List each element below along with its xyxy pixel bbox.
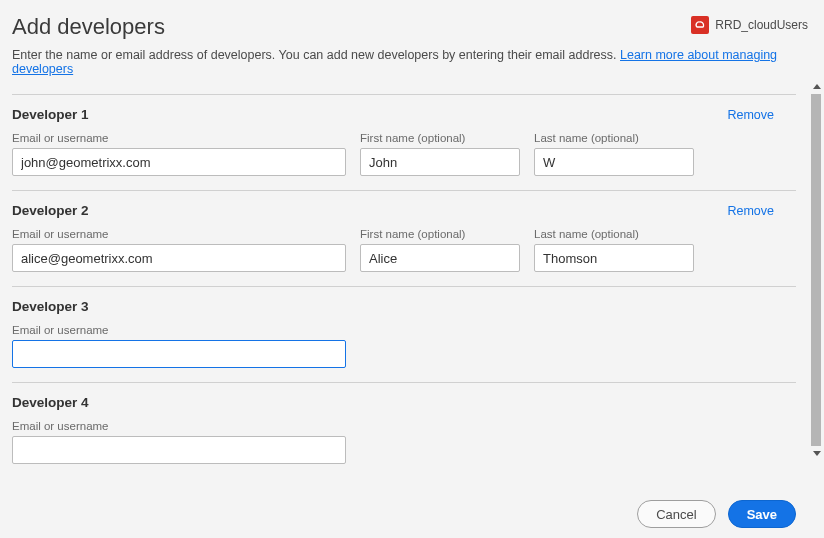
developer-section: Developer 3Email or username bbox=[12, 286, 796, 382]
developer-heading: Developer 4 bbox=[12, 395, 89, 410]
email-label: Email or username bbox=[12, 228, 346, 240]
developer-section: Developer 2RemoveEmail or usernameFirst … bbox=[12, 190, 796, 286]
developer-section: Developer 1RemoveEmail or usernameFirst … bbox=[12, 94, 796, 190]
scroll-thumb[interactable] bbox=[811, 94, 821, 446]
email-input[interactable] bbox=[12, 148, 346, 176]
email-label: Email or username bbox=[12, 324, 346, 336]
remove-link[interactable]: Remove bbox=[727, 108, 774, 122]
cloud-tag: RRD_cloudUsers bbox=[691, 16, 808, 34]
last-name-label: Last name (optional) bbox=[534, 228, 694, 240]
first-name-label: First name (optional) bbox=[360, 228, 520, 240]
email-label: Email or username bbox=[12, 420, 346, 432]
cloud-label: RRD_cloudUsers bbox=[715, 18, 808, 32]
scrollbar[interactable] bbox=[810, 82, 824, 458]
scroll-down-icon[interactable] bbox=[813, 451, 821, 456]
cancel-button[interactable]: Cancel bbox=[637, 500, 715, 528]
last-name-label: Last name (optional) bbox=[534, 132, 694, 144]
developer-section: Developer 4Email or username bbox=[12, 382, 796, 478]
cloud-icon bbox=[691, 16, 709, 34]
save-button[interactable]: Save bbox=[728, 500, 796, 528]
first-name-input[interactable] bbox=[360, 148, 520, 176]
email-input[interactable] bbox=[12, 244, 346, 272]
last-name-input[interactable] bbox=[534, 244, 694, 272]
subtitle: Enter the name or email address of devel… bbox=[12, 48, 808, 76]
first-name-input[interactable] bbox=[360, 244, 520, 272]
email-label: Email or username bbox=[12, 132, 346, 144]
remove-link[interactable]: Remove bbox=[727, 204, 774, 218]
email-input[interactable] bbox=[12, 340, 346, 368]
last-name-input[interactable] bbox=[534, 148, 694, 176]
developer-heading: Developer 2 bbox=[12, 203, 89, 218]
developer-heading: Developer 3 bbox=[12, 299, 89, 314]
scroll-up-icon[interactable] bbox=[813, 84, 821, 89]
email-input[interactable] bbox=[12, 436, 346, 464]
page-title: Add developers bbox=[12, 10, 165, 40]
developer-list: Developer 1RemoveEmail or usernameFirst … bbox=[12, 94, 808, 478]
developer-heading: Developer 1 bbox=[12, 107, 89, 122]
first-name-label: First name (optional) bbox=[360, 132, 520, 144]
